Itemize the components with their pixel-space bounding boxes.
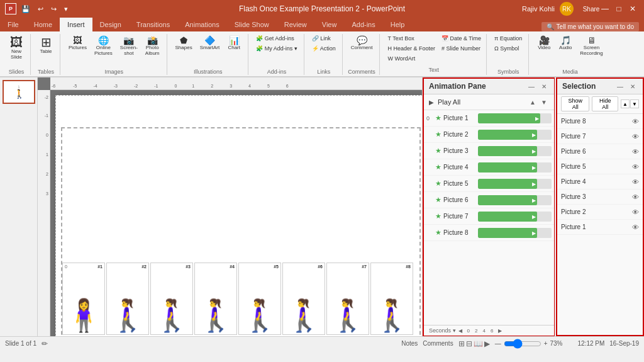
anim-up-btn[interactable]: ▲: [528, 97, 538, 107]
reading-view-btn[interactable]: 📖: [474, 339, 483, 348]
sel-eye-2[interactable]: 👁: [632, 208, 639, 216]
tab-addins[interactable]: Add-ins: [344, 18, 382, 31]
sel-item-8[interactable]: Picture 8 👁: [557, 114, 643, 129]
action-button[interactable]: ⚡ Action: [309, 44, 338, 53]
anim-minimize-btn[interactable]: —: [526, 81, 536, 91]
tab-slideshow[interactable]: Slide Show: [227, 18, 277, 31]
audio-button[interactable]: 🎵 Audio: [555, 34, 575, 52]
tab-help[interactable]: Help: [383, 18, 413, 31]
sel-eye-5[interactable]: 👁: [632, 163, 639, 171]
anim-item-7[interactable]: ★ Picture 7: [424, 208, 554, 225]
my-addins-button[interactable]: 🧩 My Add-ins ▾: [253, 44, 300, 53]
sel-move-down-btn[interactable]: ▼: [630, 99, 639, 108]
chart-button[interactable]: 📊 Chart: [224, 34, 244, 52]
anim-down-btn[interactable]: ▼: [539, 97, 549, 107]
zoom-in-btn[interactable]: +: [544, 340, 548, 347]
online-pictures-button[interactable]: 🌐 OnlinePictures: [91, 34, 116, 58]
tab-review[interactable]: Review: [277, 18, 314, 31]
textbox-button[interactable]: T Text Box: [385, 34, 416, 43]
tab-design[interactable]: Design: [92, 18, 129, 31]
sel-item-2[interactable]: Picture 2 👁: [557, 205, 643, 220]
anim-item-8[interactable]: ★ Picture 8: [424, 225, 554, 241]
comment-button[interactable]: 💬 Comment: [348, 34, 376, 52]
sel-eye-7[interactable]: 👁: [632, 133, 639, 140]
get-addins-button[interactable]: 🧩 Get Add-ins: [253, 34, 297, 43]
slide-edit-icon[interactable]: ✏: [42, 339, 48, 348]
tab-insert[interactable]: Insert: [60, 18, 92, 31]
notes-button[interactable]: Notes: [401, 340, 418, 347]
sel-eye-3[interactable]: 👁: [632, 193, 639, 201]
symbol-button[interactable]: Ω Symbol: [492, 44, 521, 53]
comments-button[interactable]: Comments: [423, 340, 453, 347]
sel-eye-8[interactable]: 👁: [632, 118, 639, 125]
pictures-button[interactable]: 🖼 Pictures: [65, 34, 90, 52]
play-all-label[interactable]: Play All: [438, 98, 460, 106]
slide-thumbnail-1[interactable]: 1 🚶: [3, 80, 35, 104]
tab-home[interactable]: Home: [26, 18, 60, 31]
new-slide-button[interactable]: 🖼 NewSlide: [6, 34, 26, 62]
char-frame-2[interactable]: #2 🚶‍♀️: [106, 263, 149, 335]
sel-item-6[interactable]: Picture 6 👁: [557, 144, 643, 159]
sel-minimize-btn[interactable]: —: [615, 81, 625, 91]
sel-eye-1[interactable]: 👁: [632, 223, 639, 231]
char-frame-4[interactable]: #4 🚶‍♀️: [194, 263, 237, 335]
anim-item-3[interactable]: ★ Picture 3: [424, 143, 554, 159]
anim-item-4[interactable]: ★ Picture 4: [424, 159, 554, 176]
sel-close-btn[interactable]: ✕: [628, 81, 638, 91]
save-quick-btn[interactable]: 💾: [19, 4, 33, 14]
timeline-right-btn[interactable]: ▶: [498, 328, 502, 334]
zoom-out-btn[interactable]: —: [495, 340, 501, 347]
link-button[interactable]: 🔗 Link: [309, 34, 333, 43]
sel-item-7[interactable]: Picture 7 👁: [557, 129, 643, 144]
anim-item-2[interactable]: ★ Picture 2: [424, 127, 554, 143]
maximize-button[interactable]: □: [613, 3, 625, 15]
char-frame-6[interactable]: #6 🚶‍♀️: [282, 263, 325, 335]
header-footer-button[interactable]: H Header & Footer: [385, 44, 438, 53]
customize-quick-btn[interactable]: ▾: [62, 4, 70, 14]
screen-recording-button[interactable]: 🖥 ScreenRecording: [577, 34, 606, 58]
undo-quick-btn[interactable]: ↩: [35, 4, 46, 14]
tab-view[interactable]: View: [314, 18, 345, 31]
redo-quick-btn[interactable]: ↪: [48, 4, 59, 14]
anim-item-6[interactable]: ★ Picture 6: [424, 192, 554, 208]
close-button[interactable]: ✕: [626, 3, 639, 15]
anim-close-btn[interactable]: ✕: [539, 81, 549, 91]
hide-all-button[interactable]: Hide All: [592, 96, 618, 111]
slide-sorter-btn[interactable]: ⊟: [466, 339, 472, 348]
equation-button[interactable]: π Equation: [492, 34, 525, 43]
anim-item-5[interactable]: ★ Picture 5: [424, 176, 554, 192]
sel-eye-4[interactable]: 👁: [632, 178, 639, 186]
photo-album-button[interactable]: 📸 PhotoAlbum: [142, 34, 163, 58]
smartart-button[interactable]: 🔷 SmartArt: [197, 34, 223, 52]
shapes-button[interactable]: ⬟ Shapes: [172, 34, 196, 52]
zoom-slider[interactable]: [504, 339, 541, 349]
video-button[interactable]: 🎥 Video: [534, 34, 554, 52]
minimize-button[interactable]: —: [599, 3, 611, 15]
sel-move-up-btn[interactable]: ▲: [621, 99, 630, 108]
wordart-button[interactable]: W WordArt: [385, 54, 418, 63]
tab-transitions[interactable]: Transitions: [129, 18, 177, 31]
normal-view-btn[interactable]: ⊞: [458, 339, 465, 348]
char-frame-1[interactable]: 0 #1 🧍‍♀️: [62, 263, 105, 335]
sel-item-3[interactable]: Picture 3 👁: [557, 189, 643, 205]
share-button[interactable]: Share: [585, 3, 597, 15]
anim-item-1[interactable]: 0 ★ Picture 1: [424, 110, 554, 127]
char-frame-3[interactable]: #3 🚶‍♀️: [150, 263, 193, 335]
tab-file[interactable]: File: [0, 18, 26, 31]
seconds-label[interactable]: Seconds ▾: [429, 327, 456, 334]
show-all-button[interactable]: Show All: [561, 96, 589, 111]
datetime-button[interactable]: 📅 Date & Time: [439, 34, 484, 43]
sel-eye-6[interactable]: 👁: [632, 148, 639, 156]
sel-item-1[interactable]: Picture 1 👁: [557, 220, 643, 235]
sel-item-5[interactable]: Picture 5 👁: [557, 159, 643, 174]
char-frame-8[interactable]: #8 🚶‍♀️: [370, 263, 413, 335]
slideshow-btn[interactable]: ▶: [484, 339, 490, 348]
char-frame-5[interactable]: #5 🚶‍♀️: [238, 263, 281, 335]
table-button[interactable]: ⊞ Table: [36, 34, 56, 56]
timeline-left-btn[interactable]: ◀: [458, 328, 462, 334]
slidenumber-button[interactable]: # Slide Number: [439, 44, 483, 53]
screenshot-button[interactable]: 📷 Screen-shot: [117, 34, 141, 58]
char-frame-7[interactable]: #7 🚶‍♀️: [326, 263, 369, 335]
sel-item-4[interactable]: Picture 4 👁: [557, 174, 643, 189]
zoom-level[interactable]: 73%: [550, 340, 567, 347]
